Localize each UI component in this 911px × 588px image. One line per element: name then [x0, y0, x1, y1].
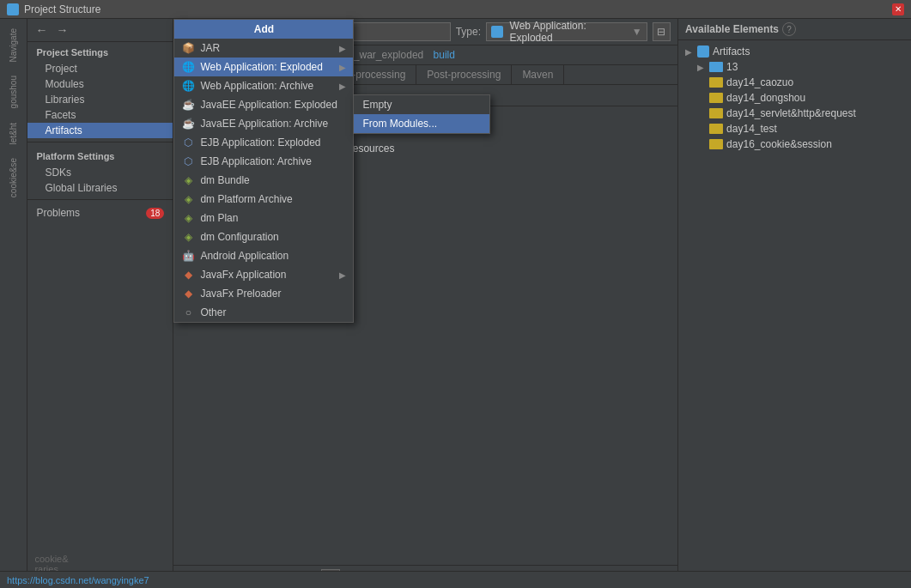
- artifacts-arrow: ▶: [685, 47, 695, 57]
- day14caozuo-label: day14_caozuo: [726, 76, 793, 88]
- android-icon: 🤖: [181, 249, 195, 263]
- ejb-exploded-label: EJB Application: Exploded: [200, 136, 320, 149]
- left-panel: ← → Project Settings Project Modules Lib…: [27, 19, 173, 588]
- expand-button[interactable]: ⊟: [653, 22, 671, 41]
- dm-bundle-icon: ◈: [181, 173, 195, 187]
- right-tree-day14-caozuo[interactable]: day14_caozuo: [690, 75, 911, 90]
- platform-settings-header: Platform Settings: [27, 146, 173, 165]
- sidebar-item-facets[interactable]: Facets: [27, 107, 173, 123]
- dm-platform-label: dm Platform Archive: [200, 193, 292, 205]
- dropdown-item-android[interactable]: 🤖 Android Application: [174, 246, 353, 265]
- dm-plan-label: dm Plan: [200, 212, 238, 224]
- sub-item-empty[interactable]: Empty: [354, 95, 489, 114]
- dropdown-item-dm-platform[interactable]: ◈ dm Platform Archive: [174, 190, 353, 209]
- web-exploded-label: Web Application: Exploded: [200, 61, 323, 73]
- divider2: [27, 199, 173, 200]
- dropdown-item-ejb-archive[interactable]: ⬡ EJB Application: Archive: [174, 152, 353, 171]
- javafx-label: JavaFx Application: [200, 269, 286, 281]
- dropdown-item-web-archive[interactable]: 🌐 Web Application: Archive ▶: [174, 76, 353, 95]
- day14servlet-label: day14_servlet&http&request: [726, 107, 856, 119]
- day14dongshou-icon: [709, 93, 723, 103]
- build-link[interactable]: build: [434, 49, 455, 61]
- artifacts-label: Artifacts: [713, 45, 750, 58]
- type-label: Type:: [456, 26, 481, 38]
- dm-platform-icon: ◈: [181, 192, 195, 206]
- dropdown-item-javaee-archive[interactable]: ☕ JavaEE Application: Archive: [174, 114, 353, 133]
- android-label: Android Application: [200, 250, 288, 262]
- close-button[interactable]: ✕: [892, 3, 904, 15]
- jar-label: JAR: [200, 42, 220, 54]
- javaee-exploded-icon: ☕: [181, 98, 195, 112]
- right-tree-13[interactable]: ▶ 13: [690, 59, 911, 75]
- dropdown-item-javaee-exploded[interactable]: ☕ JavaEE Application: Exploded: [174, 95, 353, 114]
- sidebar-item-modules[interactable]: Modules: [27, 76, 173, 92]
- javafx-arrow: ▶: [339, 270, 346, 280]
- forward-button[interactable]: →: [53, 22, 70, 38]
- dm-plan-icon: ◈: [181, 211, 195, 225]
- dropdown-item-javafx-preloader[interactable]: ◆ JavaFx Preloader: [174, 284, 353, 303]
- left-narrow-sidebar: Navigate goushou let&ht cookie&se: [0, 19, 27, 588]
- right-tree-day14-dongshou[interactable]: day14_dongshou: [690, 90, 911, 106]
- title-text: Project Structure: [24, 3, 100, 15]
- dropdown-item-other[interactable]: ○ Other: [174, 303, 353, 322]
- panel-toolbar: ← →: [27, 19, 173, 42]
- day16cookie-label: day16_cookie&session: [726, 138, 832, 150]
- tab-maven[interactable]: Maven: [512, 65, 564, 84]
- right-tree-day16-cookie[interactable]: day16_cookie&session: [690, 136, 911, 152]
- javafx-preloader-label: JavaFx Preloader: [200, 288, 281, 300]
- type-select[interactable]: Web Application: Exploded ▼: [486, 22, 647, 41]
- ejb-archive-label: EJB Application: Archive: [200, 155, 311, 167]
- dropdown-item-dm-config[interactable]: ◈ dm Configuration: [174, 227, 353, 246]
- ejb-archive-icon: ⬡: [181, 155, 195, 168]
- sidebar-item-libraries[interactable]: Libraries: [27, 92, 173, 107]
- javaee-archive-label: JavaEE Application: Archive: [200, 118, 328, 130]
- type-value: Web Application: Exploded: [510, 20, 629, 44]
- dropdown-item-javafx[interactable]: ◆ JavaFx Application ▶: [174, 265, 353, 284]
- project-settings-header: Project Settings: [27, 42, 173, 61]
- other-icon: ○: [181, 306, 195, 319]
- right-tree-day14-servlet[interactable]: day14_servlet&http&request: [690, 106, 911, 121]
- right-tree-artifacts[interactable]: ▶ Artifacts: [678, 44, 911, 59]
- other-label: Other: [200, 306, 226, 318]
- web-archive-label: Web Application: Archive: [200, 80, 313, 92]
- dropdown-item-dm-plan[interactable]: ◈ dm Plan: [174, 209, 353, 227]
- jar-arrow: ▶: [339, 44, 346, 53]
- sidebar-item-project[interactable]: Project: [27, 61, 173, 76]
- expand-icon: ⊟: [657, 26, 665, 38]
- right-tree: ▶ Artifacts ▶ 13 day14_caozuo day14_dong…: [678, 40, 911, 588]
- cookie-se-label: cookie&se: [6, 153, 21, 203]
- sidebar-item-artifacts[interactable]: Artifacts: [27, 123, 173, 138]
- from-modules-label: From Modules...: [362, 118, 437, 130]
- javafx-preloader-icon: ◆: [181, 287, 195, 300]
- sidebar-item-sdks[interactable]: SDKs: [27, 165, 173, 180]
- sidebar-item-global-libraries[interactable]: Global Libraries: [27, 180, 173, 196]
- right-tree-day14-test[interactable]: day14_test: [690, 121, 911, 136]
- ejb-exploded-icon: ⬡: [181, 136, 195, 149]
- javafx-icon: ◆: [181, 268, 195, 282]
- dropdown-header: Add: [174, 20, 353, 39]
- 13-folder-icon: [709, 62, 723, 72]
- web-archive-icon: 🌐: [181, 79, 195, 93]
- dm-bundle-label: dm Bundle: [200, 174, 249, 186]
- tab-post-processing[interactable]: Post-processing: [416, 65, 512, 84]
- sub-item-from-modules[interactable]: From Modules...: [354, 114, 489, 133]
- dropdown-item-dm-bundle[interactable]: ◈ dm Bundle: [174, 171, 353, 190]
- 13-label: 13: [726, 61, 738, 73]
- dropdown-item-web-exploded[interactable]: 🌐 Web Application: Exploded ▶: [174, 58, 353, 76]
- right-panel: Available Elements ? ▶ Artifacts ▶ 13 da…: [677, 19, 911, 588]
- day14servlet-icon: [709, 108, 723, 118]
- day16cookie-icon: [709, 139, 723, 149]
- day14dongshou-label: day14_dongshou: [726, 92, 805, 104]
- problems-row[interactable]: Problems 18: [27, 203, 173, 222]
- javaee-archive-icon: ☕: [181, 117, 195, 130]
- web-exploded-icon: 🌐: [181, 60, 195, 74]
- type-arrow: ▼: [632, 26, 642, 38]
- help-icon-button[interactable]: ?: [782, 22, 796, 36]
- title-bar: Project Structure ✕: [0, 0, 911, 19]
- dm-config-label: dm Configuration: [200, 231, 278, 243]
- dropdown-item-ejb-exploded[interactable]: ⬡ EJB Application: Exploded: [174, 133, 353, 152]
- status-url: https://blog.csdn.net/wangyingke7: [7, 575, 149, 585]
- dropdown-item-jar[interactable]: 📦 JAR ▶: [174, 39, 353, 58]
- back-button[interactable]: ←: [33, 22, 50, 38]
- divider1: [27, 142, 173, 142]
